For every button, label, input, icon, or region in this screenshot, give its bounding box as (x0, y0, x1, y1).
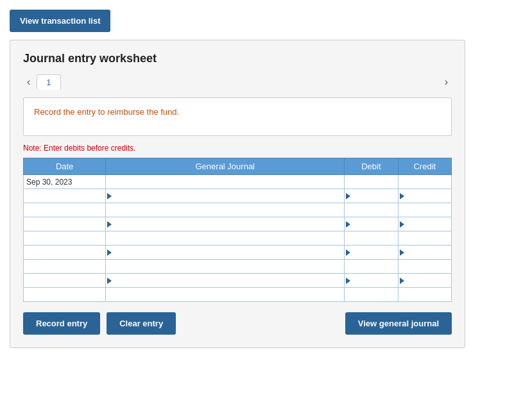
credit-input[interactable] (401, 206, 449, 215)
col-header-date: Date (24, 158, 106, 175)
debit-cell[interactable] (345, 189, 398, 203)
journal-input[interactable] (108, 276, 341, 285)
instruction-text: Record the entry to reimburse the fund. (34, 107, 179, 117)
credit-cell[interactable] (398, 288, 451, 302)
debit-input[interactable] (347, 262, 395, 271)
indent-indicator (107, 278, 112, 284)
debit-input[interactable] (347, 276, 395, 285)
journal-cell[interactable] (106, 231, 345, 246)
credit-cell[interactable] (398, 260, 451, 274)
credit-cell[interactable] (398, 189, 451, 203)
date-cell (24, 217, 106, 231)
debit-input[interactable] (347, 248, 395, 257)
debit-input[interactable] (347, 192, 395, 201)
bottom-buttons: Record entry Clear entry View general jo… (23, 312, 452, 335)
debit-cell[interactable] (345, 260, 398, 274)
journal-cell[interactable] (106, 260, 345, 274)
debit-cell[interactable] (345, 246, 398, 260)
journal-input[interactable] (108, 206, 341, 215)
view-general-journal-button[interactable]: View general journal (345, 312, 452, 335)
note-text: Note: Enter debits before credits. (23, 144, 452, 153)
date-cell: Sep 30, 2023 (24, 175, 106, 189)
journal-input[interactable] (108, 178, 341, 187)
credit-input[interactable] (401, 178, 449, 187)
table-row (24, 217, 452, 231)
credit-input[interactable] (401, 248, 449, 257)
worksheet-title: Journal entry worksheet (23, 52, 452, 65)
credit-cell[interactable] (398, 274, 451, 288)
date-cell (24, 231, 106, 246)
credit-input[interactable] (401, 290, 449, 299)
debit-cell[interactable] (345, 217, 398, 231)
credit-indent-indicator (400, 249, 404, 256)
tab-navigation: ‹ 1 › (23, 74, 452, 90)
col-header-journal: General Journal (106, 158, 345, 175)
date-cell (24, 246, 106, 260)
journal-input[interactable] (108, 262, 341, 271)
journal-cell[interactable] (106, 175, 345, 189)
credit-indent-indicator (400, 278, 404, 284)
debit-cell[interactable] (345, 274, 398, 288)
debit-input[interactable] (347, 178, 395, 187)
credit-input[interactable] (401, 262, 449, 271)
debit-input[interactable] (347, 206, 395, 215)
credit-input[interactable] (401, 276, 449, 285)
record-entry-button[interactable]: Record entry (23, 312, 100, 335)
debit-indent-indicator (346, 249, 350, 256)
prev-tab-button[interactable]: ‹ (23, 75, 34, 89)
credit-input[interactable] (401, 192, 449, 201)
view-transaction-list-button[interactable]: View transaction list (10, 10, 110, 32)
indent-indicator (107, 221, 112, 228)
journal-table: Date General Journal Debit Credit Sep 30… (23, 158, 452, 302)
date-cell (24, 288, 106, 302)
journal-cell[interactable] (106, 246, 345, 260)
journal-cell[interactable] (106, 288, 345, 302)
instruction-box: Record the entry to reimburse the fund. (23, 97, 452, 136)
credit-cell[interactable] (398, 231, 451, 246)
journal-cell[interactable] (106, 203, 345, 217)
debit-cell[interactable] (345, 288, 398, 302)
table-row (24, 189, 452, 203)
table-row (24, 288, 452, 302)
debit-input[interactable] (347, 220, 395, 229)
date-cell (24, 189, 106, 203)
credit-cell[interactable] (398, 217, 451, 231)
debit-indent-indicator (346, 221, 350, 228)
journal-cell[interactable] (106, 274, 345, 288)
table-row (24, 260, 452, 274)
journal-input[interactable] (108, 192, 341, 201)
credit-input[interactable] (401, 220, 449, 229)
journal-input[interactable] (108, 290, 341, 299)
debit-input[interactable] (347, 290, 395, 299)
credit-cell[interactable] (398, 246, 451, 260)
debit-indent-indicator (346, 278, 350, 284)
debit-indent-indicator (346, 193, 350, 199)
debit-cell[interactable] (345, 175, 398, 189)
table-row: Sep 30, 2023 (24, 175, 452, 189)
indent-indicator (107, 193, 112, 199)
col-header-debit: Debit (345, 158, 398, 175)
table-row (24, 274, 452, 288)
next-tab-button[interactable]: › (441, 75, 452, 89)
debit-cell[interactable] (345, 203, 398, 217)
table-row (24, 231, 452, 246)
clear-entry-button[interactable]: Clear entry (107, 312, 176, 335)
tab-1[interactable]: 1 (37, 74, 60, 90)
credit-input[interactable] (401, 234, 449, 243)
col-header-credit: Credit (398, 158, 451, 175)
worksheet-container: Journal entry worksheet ‹ 1 › Record the… (10, 40, 465, 348)
journal-input[interactable] (108, 248, 341, 257)
table-row (24, 203, 452, 217)
indent-indicator (107, 249, 112, 256)
credit-indent-indicator (400, 193, 404, 199)
journal-input[interactable] (108, 234, 341, 243)
journal-cell[interactable] (106, 217, 345, 231)
credit-cell[interactable] (398, 203, 451, 217)
debit-cell[interactable] (345, 231, 398, 246)
credit-cell[interactable] (398, 175, 451, 189)
table-row (24, 246, 452, 260)
credit-indent-indicator (400, 221, 404, 228)
journal-input[interactable] (108, 220, 341, 229)
journal-cell[interactable] (106, 189, 345, 203)
debit-input[interactable] (347, 234, 395, 243)
